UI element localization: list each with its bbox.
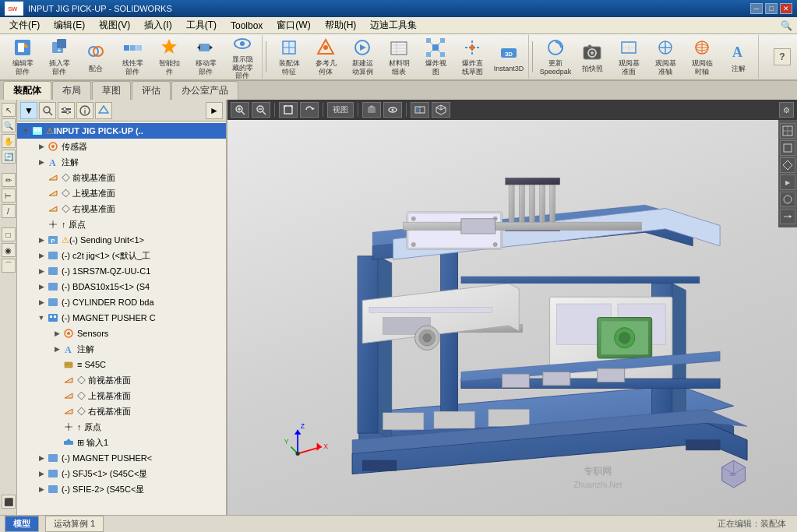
tree-item-origin[interactable]: ▶ ↑ 原点 — [17, 217, 226, 232]
status-tab-model[interactable]: 模型 — [5, 516, 39, 532]
zoom-out-button[interactable] — [252, 102, 270, 118]
tree-item-bdas[interactable]: ▶ (-) BDAS10x15<1> (S4 — [17, 279, 226, 294]
help-button[interactable]: ? — [774, 48, 791, 65]
tree-item-right-plane-child[interactable]: ▶ ◇ 右视基准面 — [17, 403, 226, 419]
tree-item-front-plane-child[interactable]: ▶ ◇ 前视基准面 — [17, 372, 226, 388]
insert-part-button[interactable]: + 插入零部件 — [41, 37, 77, 77]
view-palette-5[interactable] — [780, 192, 795, 207]
annotation-button[interactable]: A 注解 — [721, 37, 756, 77]
view-palette-3[interactable] — [780, 157, 795, 173]
expand-sending[interactable]: ▶ — [36, 234, 47, 245]
revolve-tool[interactable]: ◉ — [2, 243, 16, 257]
tree-item-cylinder-rod[interactable]: ▶ (-) CYLINDER ROD bda — [17, 294, 226, 310]
fillet-tool[interactable]: ⌒ — [2, 259, 16, 273]
expand-root[interactable]: ▼ — [20, 125, 31, 136]
explode-line-button[interactable]: 爆炸直线草图 — [454, 37, 490, 77]
view-selector[interactable]: 视图 — [327, 102, 354, 118]
pan-tool[interactable]: ✋ — [2, 134, 16, 148]
search-button-lt[interactable] — [39, 102, 56, 119]
zoom-fit-button[interactable] — [279, 102, 298, 118]
view-axis-button[interactable]: 观阅基准轴 — [647, 37, 683, 77]
minimize-button[interactable]: ─ — [750, 3, 763, 14]
menu-help[interactable]: 帮助(H) — [319, 17, 363, 33]
menu-toolbox[interactable]: Toolbox — [224, 19, 269, 33]
show-hidden-button[interactable]: 显示隐藏的零部件 — [224, 37, 260, 77]
3d-viewport[interactable]: 视图 ⚙ — [227, 100, 797, 515]
capture-button[interactable]: 拍快照 — [574, 37, 610, 77]
tree-item-root[interactable]: ▼ ⚠ INPUT JIG PICK-UP (.. — [17, 123, 226, 139]
expand-bdas[interactable]: ▶ — [36, 281, 47, 292]
view-palette-6[interactable] — [780, 209, 795, 224]
tree-item-sending-unit[interactable]: ▶ P ⚠ (-) Sending Unit<1> — [17, 232, 226, 248]
tree-item-annotation[interactable]: ▶ A 注解 — [17, 154, 226, 170]
smart-fastener-button[interactable]: 智能扣件 — [151, 37, 187, 77]
view-palette-1[interactable] — [780, 123, 795, 139]
edit-part-button[interactable]: 编辑零部件 — [5, 37, 41, 77]
expand-1srs7m[interactable]: ▶ — [36, 266, 47, 277]
zoom-tool[interactable]: 🔍 — [2, 118, 16, 132]
search-button[interactable]: 🔍 — [778, 18, 794, 33]
expand-panel[interactable]: ► — [206, 102, 223, 119]
expand-c2t[interactable]: ▶ — [36, 250, 47, 261]
tree-item-input1[interactable]: ▶ ⊞ 输入1 — [17, 435, 226, 450]
expand-sfie[interactable]: ▶ — [36, 484, 47, 495]
menu-edit[interactable]: 编辑(E) — [48, 17, 91, 33]
section-view[interactable] — [411, 102, 429, 118]
view-persp-button[interactable]: 观阅临时轴 — [684, 37, 720, 77]
zoom-in-button[interactable] — [231, 102, 249, 118]
expand-cylinder[interactable]: ▶ — [36, 297, 47, 308]
expand-annotation-child[interactable]: ▶ — [51, 344, 62, 354]
tab-office[interactable]: 办公室产品 — [171, 81, 238, 100]
expand-annotation[interactable]: ▶ — [36, 157, 47, 167]
dm-button[interactable] — [95, 102, 112, 119]
tree-item-1srs7m[interactable]: ▶ (-) 1SRS7M-QZ-UU-C1 — [17, 263, 226, 279]
status-tab-motion[interactable]: 运动算例 1 — [45, 516, 104, 532]
rotate-view-button[interactable] — [300, 102, 319, 118]
view-front-button[interactable]: 观阅基准面 — [611, 37, 647, 77]
linear-pattern-button[interactable]: 线性零部件 — [115, 37, 150, 77]
menu-file[interactable]: 文件(F) — [3, 17, 46, 33]
tab-evaluate[interactable]: 评估 — [132, 81, 171, 100]
tree-item-origin-child[interactable]: ▶ ↑ 原点 — [17, 419, 226, 435]
tab-layout[interactable]: 布局 — [52, 81, 91, 100]
tab-sketch[interactable]: 草图 — [92, 81, 131, 100]
property-manager[interactable]: i — [76, 102, 93, 119]
tree-item-magnet-pusher-lt[interactable]: ▶ (-) MAGNET PUSHER< — [17, 450, 226, 466]
assembly-feature-button[interactable]: 装配体特征 — [271, 37, 307, 77]
tree-item-magnet-pusher-c[interactable]: ▼ (-) MAGNET PUSHER C — [17, 310, 226, 326]
mate-button[interactable]: 配合 — [78, 37, 114, 77]
ref-geometry-button[interactable]: 参考几何体 — [308, 37, 344, 77]
new-motion-button[interactable]: 新建运动算例 — [344, 37, 380, 77]
view-palette-4[interactable]: ▶ — [780, 174, 795, 190]
filter-button[interactable]: ▼ — [20, 102, 37, 119]
extrude-tool[interactable]: □ — [2, 227, 16, 241]
expand-sfj5[interactable]: ▶ — [36, 468, 47, 479]
menu-window[interactable]: 窗口(W) — [270, 17, 316, 33]
menu-insert[interactable]: 插入(I) — [138, 17, 178, 33]
expand-sensors[interactable]: ▶ — [36, 141, 47, 152]
tree-item-top-plane[interactable]: ▶ ◇ 上视基准面 — [17, 185, 226, 201]
menu-view[interactable]: 视图(V) — [93, 17, 136, 33]
line-tool[interactable]: / — [2, 204, 16, 218]
materials-button[interactable]: 材料明细表 — [381, 37, 417, 77]
expand-magnet-lt[interactable]: ▶ — [36, 453, 47, 463]
tree-item-right-plane[interactable]: ▶ ◇ 右视基准面 — [17, 201, 226, 217]
smart-dim[interactable]: ⊢ — [2, 188, 16, 203]
tree-item-sfj5[interactable]: ▶ (-) SFJ5<1> (S45C<显 — [17, 466, 226, 481]
display-mode[interactable]: ⬛ — [2, 495, 16, 509]
tree-item-sensors-child[interactable]: ▶ Sensors — [17, 326, 226, 341]
tab-assembly[interactable]: 装配体 — [3, 81, 51, 100]
hide-show[interactable] — [383, 102, 402, 118]
select-tool[interactable]: ↖ — [2, 103, 16, 117]
menu-midi[interactable]: 迈迪工具集 — [364, 17, 423, 33]
tree-item-top-plane-child[interactable]: ▶ ◇ 上视基准面 — [17, 388, 226, 403]
move-part-button[interactable]: 移动零部件 — [188, 37, 224, 77]
close-button[interactable]: ✕ — [780, 3, 792, 14]
instant3d-button[interactable]: 3D Instant3D — [491, 37, 527, 77]
menu-tools[interactable]: 工具(T) — [180, 17, 223, 33]
expand-magnet-c[interactable]: ▼ — [36, 312, 47, 323]
tree-item-sfie[interactable]: ▶ (-) SFIE-2> (S45C<显 — [17, 481, 226, 497]
rotate-tool[interactable]: 🔄 — [2, 150, 16, 164]
tree-item-annotation-child[interactable]: ▶ A 注解 — [17, 341, 226, 357]
update-speedpak-button[interactable]: 更新Speedpak — [538, 37, 573, 77]
